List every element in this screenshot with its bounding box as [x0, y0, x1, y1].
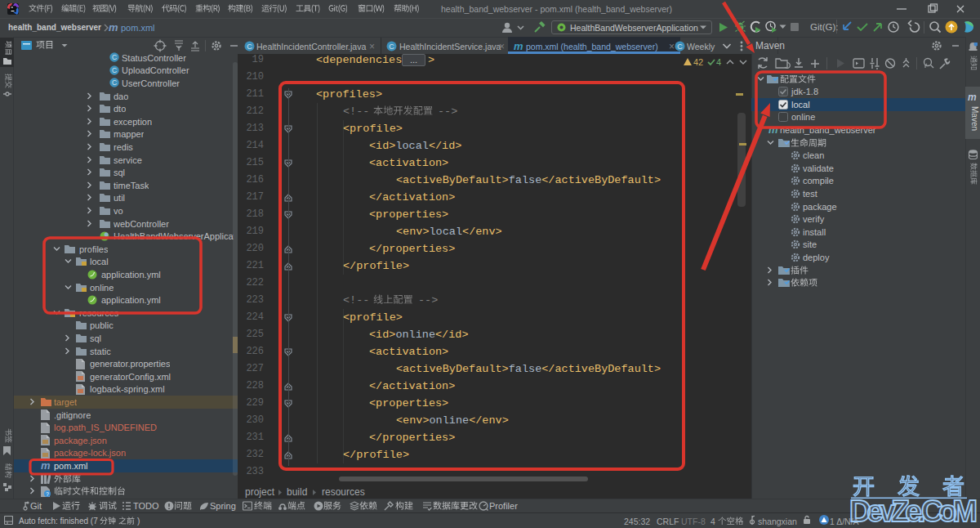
svg-text:DevZe.CoM: DevZe.CoM — [849, 494, 978, 528]
